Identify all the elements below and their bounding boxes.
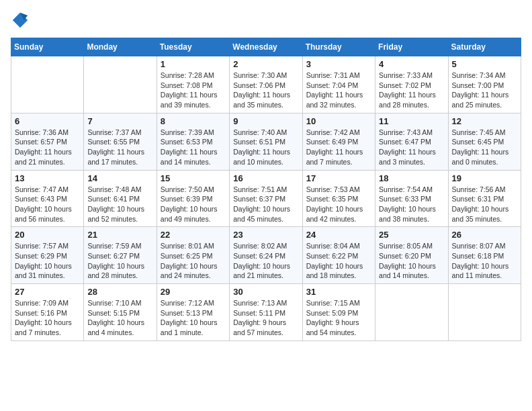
day-info: Sunrise: 7:30 AMSunset: 7:06 PMDaylight:… — [233, 71, 298, 110]
day-info: Sunrise: 7:56 AMSunset: 6:31 PMDaylight:… — [452, 185, 517, 224]
day-info: Sunrise: 7:12 AMSunset: 5:13 PMDaylight:… — [161, 298, 226, 338]
day-number: 11 — [379, 116, 444, 126]
day-number: 3 — [306, 59, 371, 69]
day-number: 18 — [379, 173, 444, 183]
logo — [11, 11, 32, 30]
calendar-cell: 26Sunrise: 8:07 AMSunset: 6:18 PMDayligh… — [448, 227, 521, 284]
day-info: Sunrise: 8:05 AMSunset: 6:20 PMDaylight:… — [379, 241, 444, 281]
calendar-cell — [11, 56, 84, 113]
day-number: 22 — [161, 230, 226, 240]
calendar-cell: 4Sunrise: 7:33 AMSunset: 7:02 PMDaylight… — [375, 56, 448, 113]
weekday-header-row: SundayMondayTuesdayWednesdayThursdayFrid… — [11, 38, 521, 56]
day-info: Sunrise: 7:37 AMSunset: 6:55 PMDaylight:… — [87, 128, 152, 167]
day-info: Sunrise: 7:28 AMSunset: 7:08 PMDaylight:… — [161, 71, 226, 110]
day-info: Sunrise: 7:59 AMSunset: 6:27 PMDaylight:… — [87, 241, 152, 281]
calendar-cell: 14Sunrise: 7:48 AMSunset: 6:41 PMDayligh… — [84, 170, 157, 227]
day-number: 17 — [306, 173, 371, 183]
day-number: 1 — [161, 59, 226, 69]
day-info: Sunrise: 7:40 AMSunset: 6:51 PMDaylight:… — [233, 128, 298, 167]
calendar-cell: 12Sunrise: 7:45 AMSunset: 6:45 PMDayligh… — [448, 113, 521, 170]
calendar-table: SundayMondayTuesdayWednesdayThursdayFrid… — [11, 38, 521, 341]
calendar-cell: 16Sunrise: 7:51 AMSunset: 6:37 PMDayligh… — [230, 170, 302, 227]
day-info: Sunrise: 7:43 AMSunset: 6:47 PMDaylight:… — [379, 128, 444, 167]
calendar-week-row: 27Sunrise: 7:09 AMSunset: 5:16 PMDayligh… — [11, 284, 521, 341]
calendar-cell: 5Sunrise: 7:34 AMSunset: 7:00 PMDaylight… — [448, 56, 521, 113]
calendar-cell: 7Sunrise: 7:37 AMSunset: 6:55 PMDaylight… — [84, 113, 157, 170]
calendar-week-row: 1Sunrise: 7:28 AMSunset: 7:08 PMDaylight… — [11, 56, 521, 113]
day-number: 21 — [87, 230, 152, 240]
day-number: 30 — [233, 287, 298, 297]
day-number: 12 — [452, 116, 517, 126]
calendar-cell: 2Sunrise: 7:30 AMSunset: 7:06 PMDaylight… — [230, 56, 302, 113]
day-number: 27 — [15, 287, 80, 297]
day-info: Sunrise: 7:57 AMSunset: 6:29 PMDaylight:… — [15, 241, 80, 281]
day-number: 26 — [452, 230, 517, 240]
calendar-cell: 24Sunrise: 8:04 AMSunset: 6:22 PMDayligh… — [302, 227, 375, 284]
day-info: Sunrise: 7:53 AMSunset: 6:35 PMDaylight:… — [306, 185, 371, 224]
weekday-header: Monday — [84, 38, 157, 56]
day-info: Sunrise: 7:09 AMSunset: 5:16 PMDaylight:… — [15, 298, 80, 338]
calendar-cell: 9Sunrise: 7:40 AMSunset: 6:51 PMDaylight… — [230, 113, 302, 170]
day-info: Sunrise: 7:15 AMSunset: 5:09 PMDaylight:… — [306, 298, 371, 338]
day-number: 2 — [233, 59, 298, 69]
logo-icon — [11, 11, 30, 30]
day-number: 6 — [15, 116, 80, 126]
day-number: 13 — [15, 173, 80, 183]
day-info: Sunrise: 8:02 AMSunset: 6:24 PMDaylight:… — [233, 241, 298, 281]
calendar-cell: 28Sunrise: 7:10 AMSunset: 5:15 PMDayligh… — [84, 284, 157, 341]
weekday-header: Sunday — [11, 38, 84, 56]
calendar-cell: 22Sunrise: 8:01 AMSunset: 6:25 PMDayligh… — [157, 227, 229, 284]
calendar-cell: 31Sunrise: 7:15 AMSunset: 5:09 PMDayligh… — [302, 284, 375, 341]
day-number: 28 — [87, 287, 152, 297]
calendar-cell: 20Sunrise: 7:57 AMSunset: 6:29 PMDayligh… — [11, 227, 84, 284]
calendar-cell — [375, 284, 448, 341]
day-info: Sunrise: 7:54 AMSunset: 6:33 PMDaylight:… — [379, 185, 444, 224]
day-info: Sunrise: 8:04 AMSunset: 6:22 PMDaylight:… — [306, 241, 371, 281]
weekday-header: Friday — [375, 38, 448, 56]
weekday-header: Saturday — [448, 38, 521, 56]
calendar-cell: 30Sunrise: 7:13 AMSunset: 5:11 PMDayligh… — [230, 284, 302, 341]
day-info: Sunrise: 7:48 AMSunset: 6:41 PMDaylight:… — [87, 185, 152, 224]
day-info: Sunrise: 7:31 AMSunset: 7:04 PMDaylight:… — [306, 71, 371, 110]
day-info: Sunrise: 8:01 AMSunset: 6:25 PMDaylight:… — [161, 241, 226, 281]
weekday-header: Thursday — [302, 38, 375, 56]
calendar-body: 1Sunrise: 7:28 AMSunset: 7:08 PMDaylight… — [11, 56, 521, 341]
calendar-cell: 11Sunrise: 7:43 AMSunset: 6:47 PMDayligh… — [375, 113, 448, 170]
day-number: 23 — [233, 230, 298, 240]
calendar-cell — [448, 284, 521, 341]
day-info: Sunrise: 7:45 AMSunset: 6:45 PMDaylight:… — [452, 128, 517, 167]
weekday-header: Wednesday — [230, 38, 302, 56]
day-info: Sunrise: 7:36 AMSunset: 6:57 PMDaylight:… — [15, 128, 80, 167]
weekday-header: Tuesday — [157, 38, 229, 56]
calendar-cell: 25Sunrise: 8:05 AMSunset: 6:20 PMDayligh… — [375, 227, 448, 284]
day-number: 10 — [306, 116, 371, 126]
calendar-cell: 21Sunrise: 7:59 AMSunset: 6:27 PMDayligh… — [84, 227, 157, 284]
day-number: 25 — [379, 230, 444, 240]
day-number: 9 — [233, 116, 298, 126]
day-number: 7 — [87, 116, 152, 126]
calendar-cell: 17Sunrise: 7:53 AMSunset: 6:35 PMDayligh… — [302, 170, 375, 227]
day-info: Sunrise: 7:34 AMSunset: 7:00 PMDaylight:… — [452, 71, 517, 110]
day-number: 31 — [306, 287, 371, 297]
calendar-week-row: 20Sunrise: 7:57 AMSunset: 6:29 PMDayligh… — [11, 227, 521, 284]
day-number: 16 — [233, 173, 298, 183]
calendar-cell: 1Sunrise: 7:28 AMSunset: 7:08 PMDaylight… — [157, 56, 229, 113]
day-number: 19 — [452, 173, 517, 183]
calendar-week-row: 6Sunrise: 7:36 AMSunset: 6:57 PMDaylight… — [11, 113, 521, 170]
calendar-week-row: 13Sunrise: 7:47 AMSunset: 6:43 PMDayligh… — [11, 170, 521, 227]
day-number: 24 — [306, 230, 371, 240]
day-number: 20 — [15, 230, 80, 240]
day-info: Sunrise: 7:13 AMSunset: 5:11 PMDaylight:… — [233, 298, 298, 338]
day-number: 14 — [87, 173, 152, 183]
day-info: Sunrise: 8:07 AMSunset: 6:18 PMDaylight:… — [452, 241, 517, 281]
calendar-cell: 6Sunrise: 7:36 AMSunset: 6:57 PMDaylight… — [11, 113, 84, 170]
day-number: 8 — [161, 116, 226, 126]
calendar-cell: 19Sunrise: 7:56 AMSunset: 6:31 PMDayligh… — [448, 170, 521, 227]
calendar-cell: 29Sunrise: 7:12 AMSunset: 5:13 PMDayligh… — [157, 284, 229, 341]
day-info: Sunrise: 7:42 AMSunset: 6:49 PMDaylight:… — [306, 128, 371, 167]
page-header — [11, 11, 521, 30]
calendar-cell: 8Sunrise: 7:39 AMSunset: 6:53 PMDaylight… — [157, 113, 229, 170]
day-info: Sunrise: 7:39 AMSunset: 6:53 PMDaylight:… — [161, 128, 226, 167]
day-number: 15 — [161, 173, 226, 183]
day-info: Sunrise: 7:10 AMSunset: 5:15 PMDaylight:… — [87, 298, 152, 338]
